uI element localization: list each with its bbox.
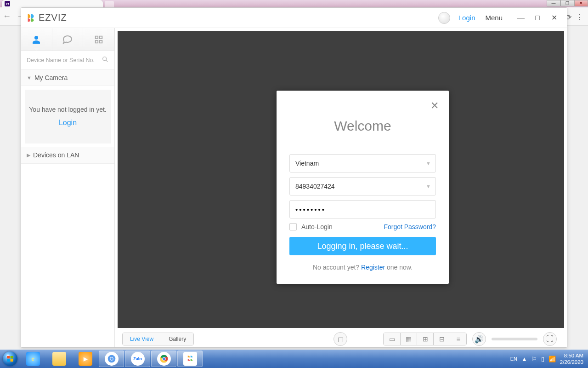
video-grid: ✕ Welcome Vietnam ▼ 84934027424 ▼ <box>118 31 564 328</box>
login-button[interactable]: Logging in, please wait... <box>289 237 436 255</box>
chat-icon <box>62 34 73 45</box>
taskbar-explorer[interactable] <box>46 351 72 367</box>
account-value: 84934027424 <box>295 183 335 190</box>
titlebar-menu[interactable]: Menu <box>485 14 503 22</box>
account-select[interactable]: 84934027424 ▼ <box>289 177 436 196</box>
register-link[interactable]: Register <box>361 264 385 271</box>
tab-live-view[interactable]: Live View <box>123 333 161 345</box>
device-search[interactable] <box>21 51 114 69</box>
checkbox-icon[interactable] <box>289 223 297 230</box>
sidebar: ▼ My Camera You have not logged in yet. … <box>21 28 115 347</box>
country-select[interactable]: Vietnam ▼ <box>289 154 436 172</box>
sidebar-tab-apps[interactable] <box>83 28 114 51</box>
start-button[interactable] <box>0 350 20 368</box>
tray-date: 2/26/2020 <box>560 359 583 365</box>
dialog-close-button[interactable]: ✕ <box>430 100 439 112</box>
layout-4-icon[interactable]: ▦ <box>400 333 417 345</box>
windows-logo-icon <box>3 351 17 366</box>
chevron-down-icon: ▼ <box>426 161 431 166</box>
taskbar-ezviz[interactable] <box>177 351 203 367</box>
sidebar-tab-devices[interactable] <box>21 28 52 51</box>
sidebar-tab-messages[interactable] <box>52 28 84 51</box>
tray-clock[interactable]: 8:50 AM 2/26/2020 <box>560 352 583 366</box>
grid-icon <box>94 34 104 45</box>
app-close-button[interactable]: ✕ <box>549 13 559 22</box>
auto-login-label: Auto-Login <box>301 223 333 230</box>
taskbar-chromium[interactable] <box>99 351 124 367</box>
app-logo-text: EZVIZ <box>39 12 67 23</box>
chevron-down-icon: ▼ <box>426 184 431 189</box>
app-logo: EZVIZ <box>26 12 67 23</box>
browser-tab-strip: Y! — ❐ ✕ <box>0 0 588 7</box>
tray-show-hidden-icon[interactable]: ▲ <box>521 356 527 362</box>
browser-tab[interactable]: Y! <box>2 0 103 7</box>
person-icon <box>31 34 42 45</box>
taskbar-ie[interactable]: e <box>20 351 45 367</box>
bottom-toolbar: Live View Gallery ◻ ▭ ▦ ⊞ ⊟ ≡ 🔊 ⛶ <box>115 331 567 347</box>
dialog-title: Welcome <box>277 91 449 154</box>
fullscreen-button[interactable]: ⛶ <box>543 332 557 346</box>
user-avatar[interactable] <box>438 12 450 24</box>
password-input[interactable] <box>295 206 430 213</box>
app-window: EZVIZ Login Menu — □ ✕ <box>21 7 567 348</box>
auto-login-option[interactable]: Auto-Login <box>289 223 333 230</box>
playback-stop-button[interactable]: ◻ <box>334 332 347 346</box>
volume-button[interactable]: 🔊 <box>472 332 486 346</box>
register-line: No account yet? Register one now. <box>289 264 436 271</box>
back-button[interactable]: ← <box>0 12 14 21</box>
sidebar-login-link[interactable]: Login <box>59 119 77 126</box>
search-icon <box>102 56 109 64</box>
taskbar-media-player[interactable]: ▶ <box>73 351 98 367</box>
sidebar-section-lan[interactable]: ▶ Devices on LAN <box>21 147 114 164</box>
layout-more-icon[interactable]: ≡ <box>450 333 466 345</box>
svg-point-0 <box>103 57 107 61</box>
tray-battery-icon[interactable]: ▯ <box>541 356 544 362</box>
tray-time: 8:50 AM <box>560 352 583 359</box>
app-maximize-button[interactable]: □ <box>533 14 542 22</box>
layout-16-icon[interactable]: ⊟ <box>433 333 450 345</box>
tray-language[interactable]: EN <box>510 356 517 362</box>
layout-1-icon[interactable]: ▭ <box>384 333 400 345</box>
login-dialog: ✕ Welcome Vietnam ▼ 84934027424 ▼ <box>277 91 449 284</box>
country-value: Vietnam <box>295 160 319 167</box>
window-close[interactable]: ✕ <box>574 0 588 6</box>
device-search-input[interactable] <box>27 57 102 63</box>
new-tab-button[interactable] <box>105 1 114 7</box>
yahoo-favicon: Y! <box>5 1 10 6</box>
windows-taskbar: e ▶ Zalo EN ▲ ⚐ ▯ 📶 8:50 AM 2/26/2020 <box>0 350 588 368</box>
password-field[interactable] <box>289 200 436 218</box>
section-label: Devices on LAN <box>33 151 79 159</box>
layout-9-icon[interactable]: ⊞ <box>417 333 433 345</box>
tray-network-icon[interactable]: 📶 <box>548 356 556 362</box>
taskbar-chrome[interactable] <box>151 351 176 367</box>
tray-action-center-icon[interactable]: ⚐ <box>531 356 537 362</box>
caret-right-icon: ▶ <box>27 152 30 158</box>
volume-slider[interactable] <box>492 338 537 340</box>
svg-point-4 <box>110 357 113 360</box>
svg-line-1 <box>106 60 107 62</box>
titlebar-login-link[interactable]: Login <box>458 14 475 22</box>
login-notice-text: You have not logged in yet. <box>28 104 107 116</box>
section-label: My Camera <box>34 74 68 81</box>
login-notice: You have not logged in yet. Login <box>25 90 111 144</box>
taskbar-zalo[interactable]: Zalo <box>125 351 150 367</box>
ezviz-logo-icon <box>26 13 36 23</box>
content-area: ✕ Welcome Vietnam ▼ 84934027424 ▼ <box>115 28 567 347</box>
app-titlebar: EZVIZ Login Menu — □ ✕ <box>21 8 567 28</box>
caret-down-icon: ▼ <box>27 75 32 80</box>
svg-point-7 <box>163 357 165 360</box>
forgot-password-link[interactable]: Forgot Password? <box>384 223 436 230</box>
sidebar-section-my-camera[interactable]: ▼ My Camera <box>21 69 114 86</box>
tab-gallery[interactable]: Gallery <box>161 333 193 345</box>
view-mode-tabs: Live View Gallery <box>122 333 194 345</box>
system-tray: EN ▲ ⚐ ▯ 📶 8:50 AM 2/26/2020 <box>506 352 588 366</box>
window-minimize[interactable]: — <box>547 0 560 6</box>
browser-menu-button[interactable]: ⋮ <box>576 13 583 22</box>
app-minimize-button[interactable]: — <box>516 14 526 22</box>
window-maximize[interactable]: ❐ <box>560 0 574 6</box>
